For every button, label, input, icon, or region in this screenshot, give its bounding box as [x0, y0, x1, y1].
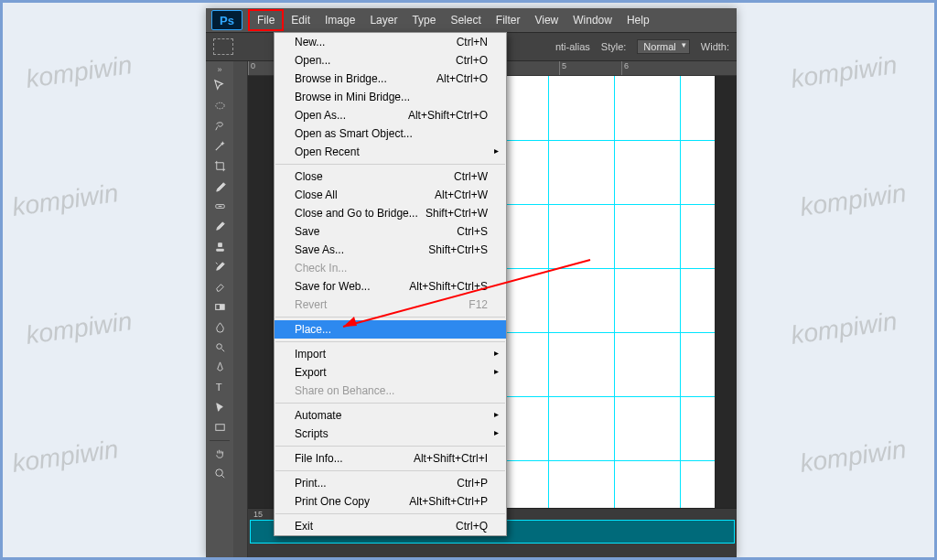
guide-vertical[interactable]	[614, 76, 615, 515]
menuitem-shortcut: Ctrl+P	[457, 477, 488, 490]
menuitem-scripts[interactable]: Scripts	[275, 425, 506, 443]
menuitem-browse-in-mini-bridge[interactable]: Browse in Mini Bridge...	[275, 88, 506, 106]
hand-tool[interactable]	[210, 440, 230, 462]
rectangle-tool[interactable]	[210, 418, 230, 436]
guide-vertical[interactable]	[548, 76, 549, 515]
menuitem-label: New...	[295, 36, 325, 48]
svg-rect-6	[215, 424, 223, 430]
menuitem-export[interactable]: Export	[275, 363, 506, 382]
menuitem-revert: RevertF12	[275, 296, 506, 314]
menu-view[interactable]: View	[527, 9, 565, 31]
menu-window[interactable]: Window	[565, 9, 619, 31]
menu-image[interactable]: Image	[318, 9, 362, 31]
menuitem-file-info[interactable]: File Info...Alt+Shift+Ctrl+I	[275, 449, 506, 468]
menu-separator	[275, 164, 505, 165]
watermark: kompiwin	[790, 50, 899, 94]
pen-tool[interactable]	[210, 358, 230, 376]
menuitem-open[interactable]: Open...Ctrl+O	[275, 51, 506, 70]
marquee-preset-icon[interactable]	[213, 38, 233, 55]
style-label: Style:	[601, 41, 627, 52]
menubar: Ps FileEditImageLayerTypeSelectFilterVie…	[206, 8, 737, 32]
menuitem-print-one-copy[interactable]: Print One CopyAlt+Shift+Ctrl+P	[275, 492, 506, 511]
menuitem-exit[interactable]: ExitCtrl+Q	[275, 517, 506, 535]
menuitem-label: Open As...	[295, 109, 346, 122]
gradient-tool[interactable]	[210, 297, 230, 316]
menuitem-close[interactable]: CloseCtrl+W	[275, 167, 506, 186]
menuitem-shortcut: Alt+Ctrl+W	[435, 188, 488, 201]
menuitem-print[interactable]: Print...Ctrl+P	[275, 474, 506, 492]
width-label: Width:	[701, 41, 729, 52]
menu-type[interactable]: Type	[404, 9, 443, 31]
brush-tool[interactable]	[210, 217, 230, 235]
svg-text:T: T	[215, 382, 221, 393]
type-tool[interactable]: T	[210, 378, 230, 396]
menuitem-shortcut: Alt+Shift+Ctrl+O	[408, 109, 488, 122]
menuitem-label: Save As...	[295, 243, 344, 256]
menu-layer[interactable]: Layer	[362, 9, 404, 31]
menuitem-import[interactable]: Import	[275, 345, 506, 363]
ruler-vertical[interactable]	[233, 61, 248, 557]
eraser-tool[interactable]	[210, 277, 230, 296]
history-brush-tool[interactable]	[210, 257, 230, 275]
svg-point-0	[215, 102, 223, 109]
menuitem-label: Exit	[295, 520, 313, 533]
watermark: kompiwin	[10, 435, 120, 479]
menuitem-label: Share on Behance...	[295, 384, 394, 397]
guide-vertical[interactable]	[680, 76, 681, 515]
heal-tool[interactable]	[210, 197, 230, 215]
stamp-tool[interactable]	[210, 237, 230, 255]
timeline-frame-number: 15	[253, 510, 263, 519]
menu-help[interactable]: Help	[619, 9, 657, 31]
eyedropper-tool[interactable]	[210, 177, 230, 195]
menuitem-share-on-behance: Share on Behance...	[275, 382, 506, 400]
menu-file[interactable]: File	[248, 9, 284, 31]
menuitem-save-as[interactable]: Save As...Shift+Ctrl+S	[275, 241, 506, 259]
menuitem-label: Close and Go to Bridge...	[295, 207, 418, 220]
menu-edit[interactable]: Edit	[284, 9, 318, 31]
menuitem-save[interactable]: SaveCtrl+S	[275, 222, 506, 241]
expand-panel-icon[interactable]: »	[214, 65, 225, 74]
marquee-tool[interactable]	[210, 96, 230, 114]
menuitem-shortcut: F12	[468, 298, 488, 311]
style-select[interactable]: Normal	[637, 39, 689, 54]
menuitem-save-for-web[interactable]: Save for Web...Alt+Shift+Ctrl+S	[275, 277, 506, 296]
menuitem-shortcut: Shift+Ctrl+S	[428, 243, 488, 256]
menu-filter[interactable]: Filter	[489, 9, 528, 31]
menuitem-open-as[interactable]: Open As...Alt+Shift+Ctrl+O	[275, 106, 506, 124]
menuitem-label: Print...	[295, 477, 327, 490]
menuitem-label: Place...	[295, 323, 331, 336]
menuitem-label: Save for Web...	[295, 280, 370, 293]
menuitem-open-as-smart-object[interactable]: Open as Smart Object...	[275, 124, 506, 143]
menuitem-shortcut: Ctrl+N	[457, 36, 488, 48]
menu-separator	[275, 341, 505, 342]
menuitem-place[interactable]: Place...	[275, 320, 506, 339]
blur-tool[interactable]	[210, 318, 230, 336]
menuitem-label: Import	[295, 348, 326, 361]
move-tool[interactable]	[210, 76, 230, 94]
menu-select[interactable]: Select	[443, 9, 488, 31]
menuitem-close-all[interactable]: Close AllAlt+Ctrl+W	[275, 186, 506, 204]
menuitem-shortcut: Ctrl+W	[454, 170, 488, 183]
menuitem-shortcut: Alt+Shift+Ctrl+P	[409, 495, 488, 508]
file-menu-dropdown: New...Ctrl+NOpen...Ctrl+OBrowse in Bridg…	[274, 32, 507, 536]
wand-tool[interactable]	[210, 136, 230, 155]
lasso-tool[interactable]	[210, 116, 230, 135]
menuitem-label: Check In...	[295, 262, 347, 275]
crop-tool[interactable]	[210, 156, 230, 175]
menuitem-label: Close	[295, 170, 323, 183]
menu-separator	[275, 446, 505, 447]
svg-rect-3	[215, 304, 220, 309]
menuitem-label: Browse in Bridge...	[295, 72, 387, 85]
path-select-tool[interactable]	[210, 398, 230, 416]
menuitem-automate[interactable]: Automate	[275, 406, 506, 425]
watermark: kompiwin	[10, 178, 120, 222]
menuitem-label: File Info...	[295, 452, 343, 465]
menuitem-close-and-go-to-bridge[interactable]: Close and Go to Bridge...Shift+Ctrl+W	[275, 204, 506, 222]
zoom-tool[interactable]	[210, 464, 230, 482]
menuitem-browse-in-bridge[interactable]: Browse in Bridge...Alt+Ctrl+O	[275, 70, 506, 88]
dodge-tool[interactable]	[210, 338, 230, 356]
menuitem-shortcut: Alt+Shift+Ctrl+I	[414, 452, 488, 465]
menuitem-new[interactable]: New...Ctrl+N	[275, 33, 506, 51]
menuitem-open-recent[interactable]: Open Recent	[275, 143, 506, 161]
watermark: kompiwin	[24, 307, 134, 350]
